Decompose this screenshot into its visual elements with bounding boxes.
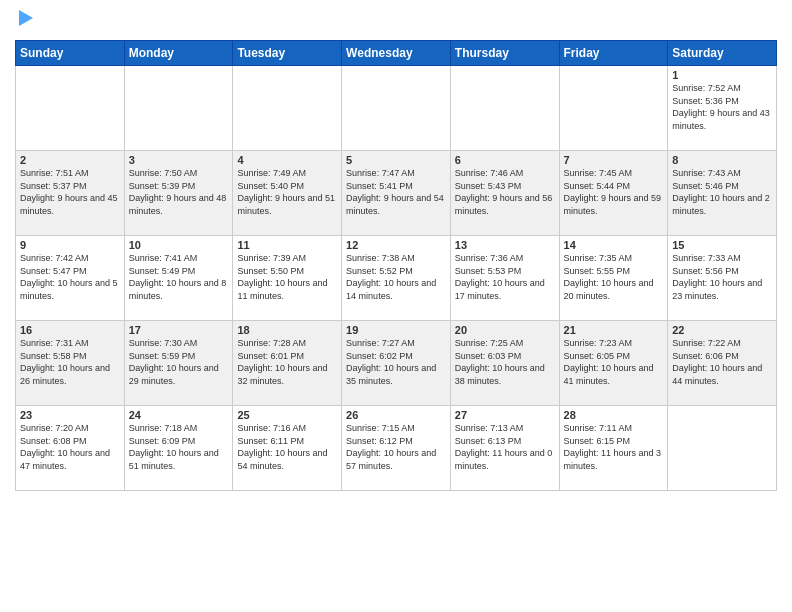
day-number: 18 xyxy=(237,324,337,336)
day-info: Sunrise: 7:22 AM Sunset: 6:06 PM Dayligh… xyxy=(672,337,772,387)
calendar-day-header: Thursday xyxy=(450,41,559,66)
calendar-cell: 6Sunrise: 7:46 AM Sunset: 5:43 PM Daylig… xyxy=(450,151,559,236)
calendar-cell: 23Sunrise: 7:20 AM Sunset: 6:08 PM Dayli… xyxy=(16,406,125,491)
day-info: Sunrise: 7:33 AM Sunset: 5:56 PM Dayligh… xyxy=(672,252,772,302)
day-number: 26 xyxy=(346,409,446,421)
logo-icon xyxy=(17,10,35,32)
calendar-day-header: Sunday xyxy=(16,41,125,66)
day-number: 24 xyxy=(129,409,229,421)
calendar-day-header: Tuesday xyxy=(233,41,342,66)
calendar-cell xyxy=(16,66,125,151)
day-number: 3 xyxy=(129,154,229,166)
day-number: 9 xyxy=(20,239,120,251)
day-info: Sunrise: 7:43 AM Sunset: 5:46 PM Dayligh… xyxy=(672,167,772,217)
calendar-cell xyxy=(342,66,451,151)
day-number: 19 xyxy=(346,324,446,336)
day-number: 11 xyxy=(237,239,337,251)
day-info: Sunrise: 7:38 AM Sunset: 5:52 PM Dayligh… xyxy=(346,252,446,302)
header xyxy=(15,10,777,32)
day-info: Sunrise: 7:49 AM Sunset: 5:40 PM Dayligh… xyxy=(237,167,337,217)
calendar-week-row: 1Sunrise: 7:52 AM Sunset: 5:36 PM Daylig… xyxy=(16,66,777,151)
day-number: 8 xyxy=(672,154,772,166)
calendar-cell: 22Sunrise: 7:22 AM Sunset: 6:06 PM Dayli… xyxy=(668,321,777,406)
calendar-cell: 24Sunrise: 7:18 AM Sunset: 6:09 PM Dayli… xyxy=(124,406,233,491)
day-number: 14 xyxy=(564,239,664,251)
calendar-cell: 26Sunrise: 7:15 AM Sunset: 6:12 PM Dayli… xyxy=(342,406,451,491)
day-info: Sunrise: 7:31 AM Sunset: 5:58 PM Dayligh… xyxy=(20,337,120,387)
day-info: Sunrise: 7:16 AM Sunset: 6:11 PM Dayligh… xyxy=(237,422,337,472)
calendar-cell: 27Sunrise: 7:13 AM Sunset: 6:13 PM Dayli… xyxy=(450,406,559,491)
day-number: 15 xyxy=(672,239,772,251)
calendar-cell: 9Sunrise: 7:42 AM Sunset: 5:47 PM Daylig… xyxy=(16,236,125,321)
logo-line xyxy=(15,10,35,32)
day-number: 16 xyxy=(20,324,120,336)
calendar-cell: 11Sunrise: 7:39 AM Sunset: 5:50 PM Dayli… xyxy=(233,236,342,321)
day-number: 23 xyxy=(20,409,120,421)
calendar-cell: 5Sunrise: 7:47 AM Sunset: 5:41 PM Daylig… xyxy=(342,151,451,236)
day-number: 12 xyxy=(346,239,446,251)
calendar-cell: 1Sunrise: 7:52 AM Sunset: 5:36 PM Daylig… xyxy=(668,66,777,151)
day-info: Sunrise: 7:35 AM Sunset: 5:55 PM Dayligh… xyxy=(564,252,664,302)
day-number: 28 xyxy=(564,409,664,421)
day-info: Sunrise: 7:52 AM Sunset: 5:36 PM Dayligh… xyxy=(672,82,772,132)
calendar-week-row: 9Sunrise: 7:42 AM Sunset: 5:47 PM Daylig… xyxy=(16,236,777,321)
calendar-day-header: Monday xyxy=(124,41,233,66)
day-info: Sunrise: 7:15 AM Sunset: 6:12 PM Dayligh… xyxy=(346,422,446,472)
day-info: Sunrise: 7:27 AM Sunset: 6:02 PM Dayligh… xyxy=(346,337,446,387)
day-number: 22 xyxy=(672,324,772,336)
day-info: Sunrise: 7:45 AM Sunset: 5:44 PM Dayligh… xyxy=(564,167,664,217)
calendar-cell: 20Sunrise: 7:25 AM Sunset: 6:03 PM Dayli… xyxy=(450,321,559,406)
day-number: 5 xyxy=(346,154,446,166)
logo xyxy=(15,10,35,32)
day-info: Sunrise: 7:41 AM Sunset: 5:49 PM Dayligh… xyxy=(129,252,229,302)
calendar-day-header: Friday xyxy=(559,41,668,66)
day-number: 2 xyxy=(20,154,120,166)
calendar-cell: 16Sunrise: 7:31 AM Sunset: 5:58 PM Dayli… xyxy=(16,321,125,406)
calendar-cell: 14Sunrise: 7:35 AM Sunset: 5:55 PM Dayli… xyxy=(559,236,668,321)
calendar-cell xyxy=(668,406,777,491)
day-number: 17 xyxy=(129,324,229,336)
day-info: Sunrise: 7:46 AM Sunset: 5:43 PM Dayligh… xyxy=(455,167,555,217)
day-info: Sunrise: 7:18 AM Sunset: 6:09 PM Dayligh… xyxy=(129,422,229,472)
calendar-day-header: Wednesday xyxy=(342,41,451,66)
day-number: 10 xyxy=(129,239,229,251)
calendar-cell xyxy=(559,66,668,151)
calendar-week-row: 2Sunrise: 7:51 AM Sunset: 5:37 PM Daylig… xyxy=(16,151,777,236)
calendar-cell: 19Sunrise: 7:27 AM Sunset: 6:02 PM Dayli… xyxy=(342,321,451,406)
calendar-cell: 28Sunrise: 7:11 AM Sunset: 6:15 PM Dayli… xyxy=(559,406,668,491)
day-number: 27 xyxy=(455,409,555,421)
calendar-cell: 7Sunrise: 7:45 AM Sunset: 5:44 PM Daylig… xyxy=(559,151,668,236)
day-number: 20 xyxy=(455,324,555,336)
calendar-cell: 13Sunrise: 7:36 AM Sunset: 5:53 PM Dayli… xyxy=(450,236,559,321)
day-info: Sunrise: 7:39 AM Sunset: 5:50 PM Dayligh… xyxy=(237,252,337,302)
day-info: Sunrise: 7:42 AM Sunset: 5:47 PM Dayligh… xyxy=(20,252,120,302)
calendar-cell: 3Sunrise: 7:50 AM Sunset: 5:39 PM Daylig… xyxy=(124,151,233,236)
calendar-cell: 25Sunrise: 7:16 AM Sunset: 6:11 PM Dayli… xyxy=(233,406,342,491)
svg-marker-0 xyxy=(19,10,33,26)
calendar-cell: 12Sunrise: 7:38 AM Sunset: 5:52 PM Dayli… xyxy=(342,236,451,321)
calendar-table: SundayMondayTuesdayWednesdayThursdayFrid… xyxy=(15,40,777,491)
calendar-cell: 10Sunrise: 7:41 AM Sunset: 5:49 PM Dayli… xyxy=(124,236,233,321)
day-info: Sunrise: 7:47 AM Sunset: 5:41 PM Dayligh… xyxy=(346,167,446,217)
day-info: Sunrise: 7:51 AM Sunset: 5:37 PM Dayligh… xyxy=(20,167,120,217)
day-info: Sunrise: 7:23 AM Sunset: 6:05 PM Dayligh… xyxy=(564,337,664,387)
day-number: 1 xyxy=(672,69,772,81)
day-info: Sunrise: 7:36 AM Sunset: 5:53 PM Dayligh… xyxy=(455,252,555,302)
day-info: Sunrise: 7:28 AM Sunset: 6:01 PM Dayligh… xyxy=(237,337,337,387)
calendar-cell xyxy=(124,66,233,151)
calendar-cell xyxy=(450,66,559,151)
calendar-day-header: Saturday xyxy=(668,41,777,66)
calendar-cell: 2Sunrise: 7:51 AM Sunset: 5:37 PM Daylig… xyxy=(16,151,125,236)
page: SundayMondayTuesdayWednesdayThursdayFrid… xyxy=(0,0,792,501)
day-number: 4 xyxy=(237,154,337,166)
day-info: Sunrise: 7:13 AM Sunset: 6:13 PM Dayligh… xyxy=(455,422,555,472)
day-number: 25 xyxy=(237,409,337,421)
calendar-cell xyxy=(233,66,342,151)
day-info: Sunrise: 7:30 AM Sunset: 5:59 PM Dayligh… xyxy=(129,337,229,387)
calendar-week-row: 23Sunrise: 7:20 AM Sunset: 6:08 PM Dayli… xyxy=(16,406,777,491)
day-number: 21 xyxy=(564,324,664,336)
calendar-cell: 15Sunrise: 7:33 AM Sunset: 5:56 PM Dayli… xyxy=(668,236,777,321)
calendar-cell: 18Sunrise: 7:28 AM Sunset: 6:01 PM Dayli… xyxy=(233,321,342,406)
day-number: 6 xyxy=(455,154,555,166)
day-number: 13 xyxy=(455,239,555,251)
